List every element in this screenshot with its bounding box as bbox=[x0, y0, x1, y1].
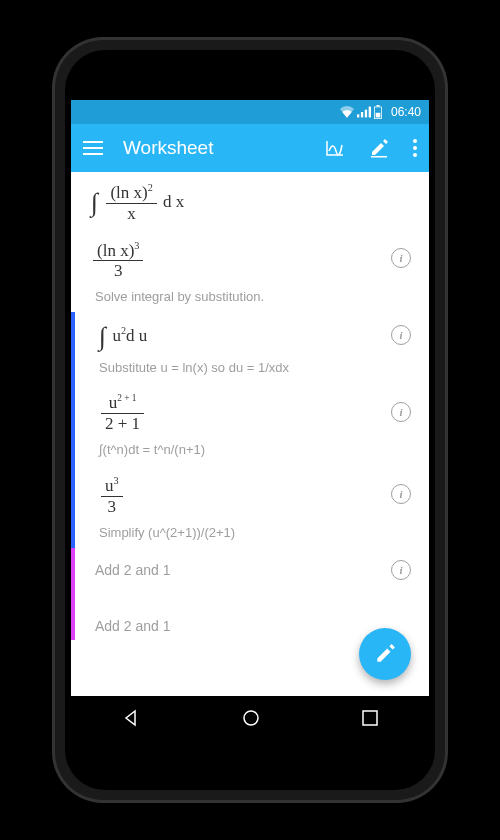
svg-rect-10 bbox=[371, 156, 387, 158]
result-row: (ln x)3 3 i bbox=[71, 230, 429, 288]
expression-input[interactable]: ∫ (ln x)2 x d x bbox=[71, 172, 429, 230]
step-text[interactable]: Add 2 and 1 bbox=[75, 548, 429, 592]
step-group-add: Add 2 and 1 i Add 2 and 1 bbox=[71, 548, 429, 640]
step-group-substitution: ∫ u2d u i Substitute u = ln(x) so du = 1… bbox=[71, 312, 429, 548]
app-bar: Worksheet bbox=[71, 124, 429, 172]
step-expression[interactable]: ∫ u2d u bbox=[75, 312, 429, 358]
den-3: 3 bbox=[93, 260, 143, 281]
wifi-icon bbox=[340, 106, 354, 118]
content-area[interactable]: ∫ (ln x)2 x d x (ln x)3 3 i bbox=[71, 172, 429, 696]
dx-text: d x bbox=[163, 192, 184, 211]
info-button[interactable]: i bbox=[391, 484, 411, 504]
triangle-back-icon bbox=[121, 708, 141, 728]
kebab-icon bbox=[413, 139, 417, 157]
edit-button[interactable] bbox=[369, 138, 389, 158]
step-caption: Substitute u = ln(x) so du = 1/xdx bbox=[75, 358, 429, 383]
den-3b: 3 bbox=[101, 496, 123, 517]
info-button[interactable]: i bbox=[391, 248, 411, 268]
lnx-text-2: (ln x) bbox=[97, 240, 134, 259]
step-caption: Solve integral by substitution. bbox=[71, 287, 429, 312]
svg-rect-7 bbox=[83, 141, 103, 143]
nav-back-button[interactable] bbox=[121, 708, 141, 728]
u-exp-3: 3 bbox=[114, 475, 119, 486]
svg-rect-15 bbox=[363, 711, 377, 725]
app-actions bbox=[325, 138, 417, 158]
overflow-button[interactable] bbox=[413, 139, 417, 157]
step-caption: Simplify (u^(2+1))/(2+1) bbox=[75, 523, 429, 548]
svg-rect-3 bbox=[369, 107, 371, 118]
den-2p1: 2 + 1 bbox=[101, 413, 144, 434]
info-icon: i bbox=[399, 406, 402, 418]
result-expression[interactable]: (ln x)3 3 bbox=[71, 230, 429, 288]
u-text-2: u bbox=[109, 393, 118, 412]
graph-icon bbox=[325, 139, 345, 157]
phone-inner: 06:40 Worksheet bbox=[65, 50, 435, 790]
svg-rect-8 bbox=[83, 147, 103, 149]
info-icon: i bbox=[399, 329, 402, 341]
u-text: u bbox=[112, 326, 121, 345]
status-bar: 06:40 bbox=[71, 100, 429, 124]
nav-home-button[interactable] bbox=[241, 708, 261, 728]
info-button[interactable]: i bbox=[391, 402, 411, 422]
u-text-3: u bbox=[105, 476, 114, 495]
menu-button[interactable] bbox=[83, 141, 103, 155]
step-row: u3 3 i bbox=[75, 465, 429, 523]
square-recent-icon bbox=[361, 709, 379, 727]
hamburger-icon bbox=[83, 141, 103, 155]
pencil-icon bbox=[374, 643, 396, 665]
step-expression[interactable]: u3 3 bbox=[75, 465, 429, 523]
battery-icon bbox=[374, 105, 382, 119]
nav-recent-button[interactable] bbox=[361, 709, 379, 727]
phone-frame: 06:40 Worksheet bbox=[55, 40, 445, 800]
info-button[interactable]: i bbox=[391, 325, 411, 345]
step-caption: ∫(t^n)dt = t^n/(n+1) bbox=[75, 440, 429, 465]
exp-2: 2 bbox=[148, 182, 153, 193]
circle-home-icon bbox=[241, 708, 261, 728]
svg-rect-9 bbox=[83, 153, 103, 155]
svg-point-14 bbox=[244, 711, 258, 725]
svg-point-11 bbox=[413, 139, 417, 143]
graph-button[interactable] bbox=[325, 139, 345, 157]
info-icon: i bbox=[399, 564, 402, 576]
svg-point-13 bbox=[413, 153, 417, 157]
info-button[interactable]: i bbox=[391, 560, 411, 580]
svg-rect-2 bbox=[365, 110, 367, 118]
status-icons: 06:40 bbox=[340, 105, 421, 119]
signal-icon bbox=[357, 106, 371, 118]
info-icon: i bbox=[399, 488, 402, 500]
u-exp-2p1: 2 + 1 bbox=[117, 394, 136, 404]
du-text: d u bbox=[126, 326, 147, 345]
lnx-text: (ln x) bbox=[110, 183, 147, 202]
step-row: u2 + 1 2 + 1 i bbox=[75, 383, 429, 440]
svg-point-12 bbox=[413, 146, 417, 150]
info-icon: i bbox=[399, 252, 402, 264]
den-x: x bbox=[106, 203, 156, 224]
step-row: ∫ u2d u i bbox=[75, 312, 429, 358]
page-title: Worksheet bbox=[123, 137, 305, 159]
step-expression[interactable]: u2 + 1 2 + 1 bbox=[75, 383, 429, 440]
step-row: Add 2 and 1 i bbox=[75, 548, 429, 592]
status-time: 06:40 bbox=[391, 105, 421, 119]
nav-bar bbox=[71, 696, 429, 740]
pencil-icon bbox=[369, 138, 389, 158]
fab-edit-button[interactable] bbox=[359, 628, 411, 680]
svg-rect-4 bbox=[376, 105, 379, 107]
exp-3: 3 bbox=[134, 240, 139, 251]
screen: 06:40 Worksheet bbox=[71, 100, 429, 740]
svg-rect-1 bbox=[361, 112, 363, 117]
svg-rect-0 bbox=[357, 114, 359, 117]
svg-rect-6 bbox=[376, 113, 381, 118]
